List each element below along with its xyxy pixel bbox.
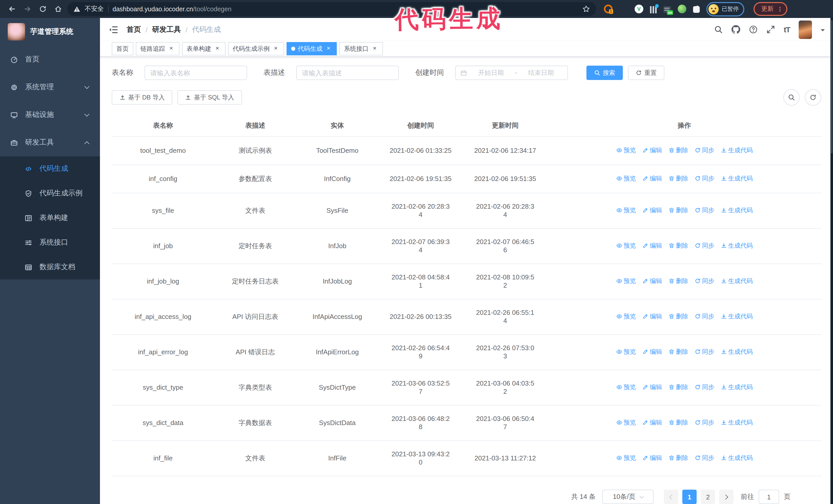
row-action-link[interactable]: 同步 (694, 277, 714, 285)
tab[interactable]: 代码生成示例 × (228, 42, 284, 55)
tab-close-icon[interactable]: × (214, 45, 221, 52)
tab-close-icon[interactable]: × (325, 45, 332, 52)
breadcrumb-link[interactable]: 代码生成 (192, 25, 221, 34)
extension-columns-icon[interactable] (650, 6, 657, 13)
address-bar[interactable]: 不安全 dashboard.yudao.iocoder.cn/tool/code… (67, 2, 596, 16)
extension-orange-icon[interactable]: 1 (604, 5, 613, 13)
row-action-link[interactable]: 生成代码 (720, 277, 753, 285)
row-action-link[interactable]: 预览 (616, 454, 636, 462)
sidebar-menu-item[interactable]: 系统接口 (0, 230, 100, 255)
row-action-link[interactable]: 生成代码 (720, 241, 753, 250)
sidebar-menu-item[interactable]: 代码生成示例 (0, 181, 100, 206)
reload-icon[interactable] (39, 5, 47, 13)
row-action-link[interactable]: 同步 (694, 146, 714, 154)
search-icon[interactable] (714, 25, 723, 34)
toggle-search-button[interactable] (783, 89, 800, 105)
breadcrumb-link[interactable]: 研发工具 (152, 25, 181, 34)
end-date-placeholder[interactable]: 结束日期 (519, 68, 563, 77)
sidebar-menu-item[interactable]: 表单构建 (0, 206, 100, 230)
scrollbar[interactable] (830, 18, 833, 504)
row-action-link[interactable]: 编辑 (642, 383, 662, 391)
row-action-link[interactable]: 删除 (668, 454, 688, 462)
row-action-link[interactable]: 生成代码 (720, 347, 753, 356)
row-action-link[interactable]: 预览 (616, 347, 636, 356)
row-action-link[interactable]: 预览 (616, 146, 636, 154)
row-action-link[interactable]: 同步 (694, 418, 714, 427)
not-secure-warning-icon[interactable] (73, 5, 80, 13)
row-action-link[interactable]: 同步 (694, 174, 714, 183)
row-action-link[interactable]: 删除 (668, 241, 688, 250)
user-avatar[interactable] (799, 20, 812, 39)
row-action-link[interactable]: 删除 (668, 347, 688, 356)
profile-paused-badge[interactable]: 已暂停 (706, 2, 744, 16)
browser-menu-kebab-icon[interactable] (777, 5, 783, 13)
back-icon[interactable] (8, 5, 16, 13)
row-action-link[interactable]: 编辑 (642, 241, 662, 250)
extension-v-icon[interactable]: V (635, 5, 643, 13)
tab[interactable]: 代码生成 × (287, 42, 337, 55)
font-size-icon[interactable]: tT (784, 25, 790, 34)
row-action-link[interactable]: 预览 (616, 206, 636, 214)
row-action-link[interactable]: 预览 (616, 312, 636, 320)
tab[interactable]: 系统接口 × (339, 42, 383, 55)
row-action-link[interactable]: 编辑 (642, 146, 662, 154)
extensions-puzzle-icon[interactable] (693, 6, 700, 13)
row-action-link[interactable]: 编辑 (642, 277, 662, 285)
start-date-placeholder[interactable]: 开始日期 (469, 68, 513, 77)
row-action-link[interactable]: 删除 (668, 146, 688, 154)
sidebar-menu-item[interactable]: 首页 (0, 46, 100, 73)
row-action-link[interactable]: 编辑 (642, 454, 662, 462)
row-action-link[interactable]: 生成代码 (720, 454, 753, 462)
row-action-link[interactable]: 预览 (616, 383, 636, 391)
sidebar-menu-item[interactable]: 系统管理 (0, 73, 100, 101)
tab-close-icon[interactable]: × (371, 45, 378, 52)
row-action-link[interactable]: 预览 (616, 241, 636, 250)
row-action-link[interactable]: 同步 (694, 241, 714, 250)
hamburger-icon[interactable] (108, 24, 118, 34)
breadcrumb-link[interactable]: 首页 (127, 25, 141, 34)
sidebar-menu-item[interactable]: 基础设施 (0, 101, 100, 129)
row-action-link[interactable]: 同步 (694, 383, 714, 391)
extension-frog-icon[interactable] (678, 5, 686, 13)
import-db-button[interactable]: 基于 DB 导入 (112, 90, 172, 104)
tab[interactable]: 首页 × (112, 42, 133, 55)
bookmark-star-icon[interactable] (582, 5, 590, 13)
fullscreen-icon[interactable] (766, 25, 775, 34)
row-action-link[interactable]: 同步 (694, 347, 714, 356)
row-action-link[interactable]: 生成代码 (720, 312, 753, 320)
tab[interactable]: 链路追踪 × (136, 42, 180, 55)
tab-close-icon[interactable]: × (168, 45, 175, 52)
help-icon[interactable] (749, 25, 758, 34)
row-action-link[interactable]: 删除 (668, 383, 688, 391)
row-action-link[interactable]: 删除 (668, 312, 688, 320)
next-page-button[interactable] (719, 490, 734, 504)
import-sql-button[interactable]: 基于 SQL 导入 (177, 90, 242, 104)
page-size-select[interactable]: 10条/页 (602, 490, 653, 504)
row-action-link[interactable]: 编辑 (642, 174, 662, 183)
forward-icon[interactable] (24, 5, 31, 13)
row-action-link[interactable]: 删除 (668, 418, 688, 427)
goto-page-input[interactable] (759, 490, 779, 504)
search-button[interactable]: 搜索 (587, 66, 623, 80)
table-desc-input[interactable] (296, 66, 399, 80)
browser-update-button[interactable]: 更新 (754, 2, 787, 16)
row-action-link[interactable]: 生成代码 (720, 206, 753, 214)
tab-close-icon[interactable]: × (272, 45, 279, 52)
github-icon[interactable] (732, 25, 740, 34)
row-action-link[interactable]: 删除 (668, 277, 688, 285)
row-action-link[interactable]: 生成代码 (720, 174, 753, 183)
tab[interactable]: 表单构建 × (182, 42, 225, 55)
row-action-link[interactable]: 同步 (694, 206, 714, 214)
row-action-link[interactable]: 生成代码 (720, 383, 753, 391)
row-action-link[interactable]: 预览 (616, 277, 636, 285)
row-action-link[interactable]: 删除 (668, 206, 688, 214)
prev-page-button[interactable] (664, 490, 678, 504)
table-name-input[interactable] (145, 66, 247, 80)
row-action-link[interactable]: 编辑 (642, 206, 662, 214)
extension-switch-icon[interactable]: on (663, 6, 671, 13)
reset-button[interactable]: 重置 (628, 66, 664, 80)
sidebar-menu-item[interactable]: 代码生成 (0, 157, 100, 181)
home-icon[interactable] (54, 5, 62, 13)
row-action-link[interactable]: 同步 (694, 312, 714, 320)
row-action-link[interactable]: 生成代码 (720, 146, 753, 154)
